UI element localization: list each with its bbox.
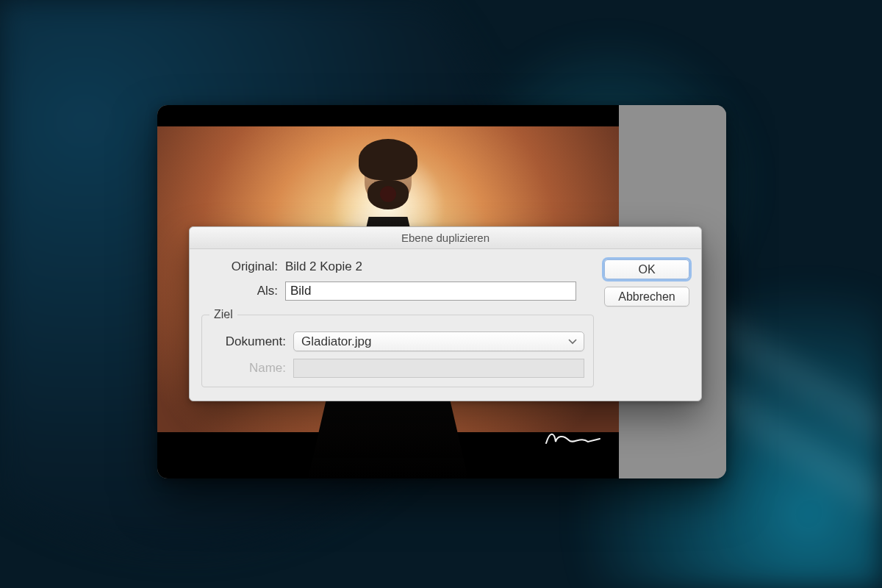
chevron-down-icon bbox=[568, 339, 577, 345]
ok-button[interactable]: OK bbox=[604, 259, 689, 279]
artist-signature bbox=[544, 429, 603, 448]
duplicate-layer-dialog: Ebene duplizieren Original: Bild 2 Kopie… bbox=[189, 226, 702, 401]
original-label: Original: bbox=[201, 259, 285, 274]
as-input[interactable] bbox=[285, 282, 576, 301]
dialog-title: Ebene duplizieren bbox=[190, 227, 701, 249]
name-label: Name: bbox=[209, 361, 293, 376]
name-input bbox=[293, 359, 584, 378]
original-value: Bild 2 Kopie 2 bbox=[285, 259, 362, 274]
cancel-button[interactable]: Abbrechen bbox=[604, 287, 689, 306]
document-label: Dokument: bbox=[209, 334, 293, 349]
as-label: Als: bbox=[201, 284, 285, 298]
destination-fieldset: Ziel Dokument: Gladiator.jpg Name: bbox=[201, 308, 594, 387]
document-select[interactable]: Gladiator.jpg bbox=[293, 331, 584, 351]
document-select-value: Gladiator.jpg bbox=[301, 334, 371, 349]
destination-legend: Ziel bbox=[209, 308, 237, 321]
